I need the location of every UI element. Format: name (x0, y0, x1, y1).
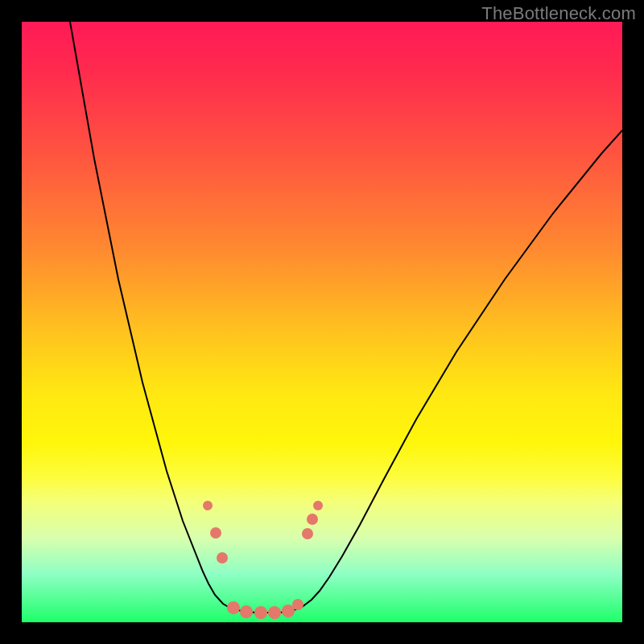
curve-layer (22, 22, 622, 622)
data-marker (210, 527, 221, 539)
plot-area (22, 22, 622, 622)
data-marker (292, 599, 303, 610)
data-marker (307, 514, 318, 525)
data-marker (217, 552, 228, 564)
data-marker (227, 601, 240, 614)
data-marker (268, 606, 281, 619)
data-marker (254, 606, 267, 619)
data-marker (313, 501, 323, 510)
curve-right-branch (291, 130, 622, 611)
data-marker (203, 501, 213, 510)
data-marker (240, 605, 253, 618)
curve-left-branch (70, 22, 243, 611)
watermark-text: TheBottleneck.com (481, 3, 636, 24)
data-marker (302, 528, 313, 539)
